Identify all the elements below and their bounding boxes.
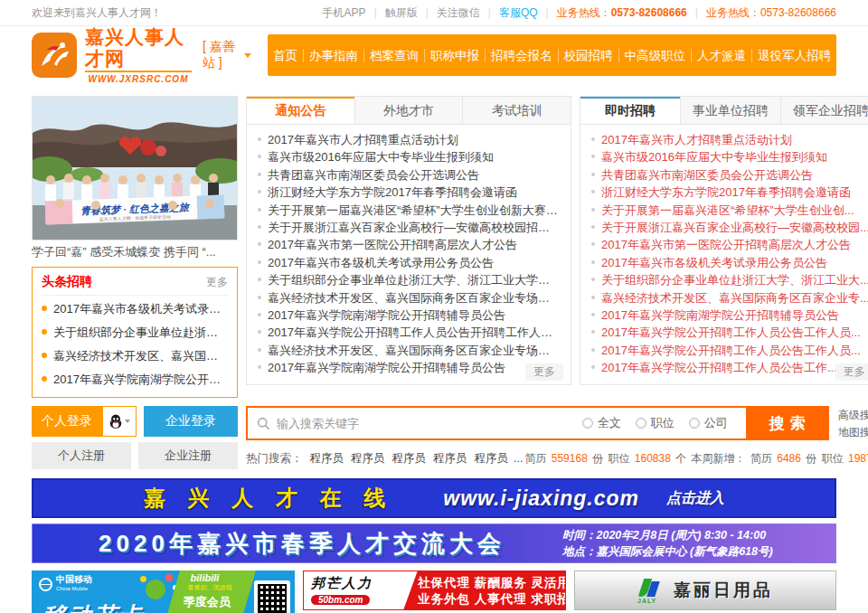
job-item[interactable]: 2017年嘉兴学院公开招聘工作人员公告工作人员... (591, 342, 868, 359)
job-item[interactable]: 2017年嘉兴学院公开招聘工作人员公告工作人员... (591, 324, 868, 341)
search-bar: 全文 职位 公司 搜索 (246, 406, 829, 440)
nav-item-title-declare[interactable]: 职称申报 (424, 49, 485, 62)
notice-item[interactable]: 共青团嘉兴市南湖区委员会公开选调公告 (258, 166, 560, 184)
tab-public-institution-jobs[interactable]: 事业单位招聘 (680, 97, 780, 124)
tab-leading-company-jobs[interactable]: 领军企业招聘 (780, 97, 868, 124)
scope-radio-company[interactable]: 公司 (689, 415, 728, 431)
topbar-link-wechat[interactable]: 关注微信 (437, 5, 480, 21)
job-item[interactable]: 关于开展浙江嘉兴百家企业高校行—安徽高校校园... (591, 219, 868, 236)
bilibili-logo: bilibili (191, 572, 254, 583)
jobs-more-link[interactable]: 更多 (835, 363, 868, 381)
job-item[interactable]: 2017年嘉兴学院公开招聘工作人员公告工作... (591, 359, 868, 376)
nav-item-veterans[interactable]: 退役军人招聘 (751, 49, 836, 62)
qq-login-button[interactable] (102, 406, 137, 437)
company-login-button[interactable]: 企业登录 (144, 406, 238, 437)
nav-item-senior[interactable]: 中高级职位 (618, 49, 692, 62)
notice-item[interactable]: 2017年嘉兴学院公开招聘工作人员公告开招聘工作人员公告开... (258, 324, 560, 341)
job-item[interactable]: 2017年嘉兴市人才招聘重点活动计划 (591, 131, 868, 148)
notice-item[interactable]: 关于开展第一届嘉兴港区“希望杯”大学生创业创新大赛的通知 (258, 202, 560, 219)
nav-item-home[interactable]: 首页 (268, 49, 303, 62)
hot-search-term[interactable]: 程序员 (475, 451, 509, 467)
job-item[interactable]: 2017年嘉兴市第一医院公开招聘高层次人才公告 (591, 236, 868, 253)
notice-item[interactable]: 关于组织部分企事业单位赴浙江大学、浙江工业大学招聘人才的... (258, 271, 560, 288)
notice-item[interactable]: 浙江财经大学东方学院2017年春季招聘会邀请函 (258, 184, 560, 201)
nav-item-guide[interactable]: 办事指南 (303, 49, 363, 62)
hot-search-term[interactable]: 程序员 (433, 451, 467, 467)
topbar: 欢迎来到嘉兴人事人才网！ 手机APP | 触屏版 | 关注微信 | 客服QQ |… (0, 0, 868, 26)
hot-search-term[interactable]: 程序员 (392, 451, 427, 467)
station-selector[interactable]: [ 嘉善站 ] (203, 39, 251, 71)
notice-more-link[interactable]: 更多 (525, 363, 563, 381)
job-item[interactable]: 共青团嘉兴市南湖区委员会公开选调公告 (591, 166, 868, 184)
site-url: WWW.JXRSRC.COM (85, 71, 192, 84)
hot-search-term[interactable]: 程序员 (351, 451, 385, 467)
scope-radio-fulltext[interactable]: 全文 (582, 415, 621, 431)
scope-radio-position[interactable]: 职位 (636, 415, 675, 431)
map-search-link[interactable]: 地图搜索 (838, 424, 868, 441)
login-area: 个人登录 企业登录 个人注册 企业注册 (32, 406, 238, 469)
search-button[interactable]: 搜索 (746, 406, 829, 440)
news-photo[interactable]: 青春筑梦 · 红色之嘉之旅 嘉兴人事人才网 · 禾城学子研学活动 (32, 96, 238, 240)
radio-icon (636, 418, 646, 429)
job-item[interactable]: 2017年嘉兴学院南湖学院公开招聘辅导员公告 (591, 306, 868, 324)
nav-item-archives[interactable]: 档案查询 (363, 49, 424, 62)
job-item[interactable]: 关于开展第一届嘉兴港区“希望杯”大学生创业创... (591, 202, 868, 219)
tab-notice[interactable]: 通知公告 (247, 97, 354, 124)
notice-item[interactable]: 2017年嘉兴学院南湖学院公开招聘辅导员公告 (258, 306, 560, 324)
banner2-title: 2020年嘉兴市春季人才交流大会 (42, 528, 562, 560)
jiaxing-talent-online-banner[interactable]: 嘉 兴 人 才 在 线 www.i-jiaxing.com 点击进入 (32, 478, 836, 518)
topbar-link-qq[interactable]: 客服QQ (499, 5, 538, 21)
personal-login-button[interactable]: 个人登录 (32, 406, 102, 437)
separator: | (374, 6, 377, 19)
advanced-search-link[interactable]: 高级搜索 (838, 407, 868, 424)
topbar-link-touch[interactable]: 触屏版 (385, 5, 418, 21)
job-item[interactable]: 关于组织部分企事业单位赴浙江大学、浙江工业大... (591, 271, 868, 288)
nav-item-campus[interactable]: 校园招聘 (558, 49, 618, 62)
headline-item[interactable]: 嘉兴经济技术开发区、嘉兴国际商务... (42, 344, 228, 368)
search-input[interactable] (277, 417, 582, 430)
notice-item[interactable]: 关于开展浙江嘉兴百家企业高校行—安徽高校校园招聘活动的通... (258, 219, 560, 236)
notice-item[interactable]: 嘉兴经济技术开发区、嘉兴国际商务区百家企业专场招聘会公告 (258, 289, 560, 306)
job-count: 160838 (635, 452, 671, 465)
week-job-count: 19872 (848, 452, 868, 465)
headline-item[interactable]: 关于组织部分企事业单位赴浙江大学... (42, 321, 228, 344)
headline-more-link[interactable]: 更多 (206, 275, 228, 290)
notice-item[interactable]: 2017年嘉兴市各级机关考试录用公务员公告 (258, 254, 560, 271)
notice-item[interactable]: 嘉兴市级2016年应届大中专毕业生报到须知 (258, 148, 560, 165)
separator: | (546, 6, 549, 19)
banner2-info: 时间：2020年2月8日 (周六) 8:30 - 14:00 地点：嘉兴国际会展… (562, 527, 826, 560)
mobile-ad-member: 季度会员 (184, 594, 247, 610)
topbar-link-app[interactable]: 手机APP (323, 5, 366, 21)
tab-exam-training[interactable]: 考试培训 (462, 97, 571, 124)
headline-item[interactable]: 2017年嘉兴市各级机关考试录用公务... (42, 297, 228, 321)
bangmang-services-line1: 社保代理 薪酬服务 灵活用工 (418, 575, 566, 591)
tab-outside-market[interactable]: 外地才市 (354, 97, 463, 124)
job-item[interactable]: 浙江财经大学东方学院2017年春季招聘会邀请函 (591, 184, 868, 201)
banner1-title: 嘉 兴 人 才 在 线 (144, 484, 393, 513)
banner1-cta: 点击进入 (666, 489, 724, 508)
job-item[interactable]: 嘉兴经济技术开发区、嘉兴国际商务区百家企业专... (591, 289, 868, 306)
resume-count: 559168 (552, 452, 588, 465)
job-item[interactable]: 2017年嘉兴市各级机关考试录用公务员公告 (591, 254, 868, 271)
china-mobile-ad[interactable]: 中国移动China Mobile 移动花卡 bilibili 看番剧、玩游戏 季… (32, 571, 295, 613)
job-item[interactable]: 嘉兴市级2016年应届大中专毕业生报到须知 (591, 148, 868, 165)
headline-item[interactable]: 2017年嘉兴学院南湖学院公开招聘辅... (42, 368, 228, 391)
bangmang-hr-ad[interactable]: 邦芒人力 50bm.com 社保代理 薪酬服务 灵活用工 业务外包 人事代理 求… (303, 571, 566, 610)
site-logo[interactable] (32, 33, 77, 78)
jiali-ad[interactable]: JALY 嘉丽日用品 (574, 571, 836, 610)
notice-item[interactable]: 2017年嘉兴学院南湖学院公开招聘辅导员公告 (258, 359, 560, 376)
nav-item-dispatch[interactable]: 人才派遣 (691, 49, 751, 62)
personal-register-button[interactable]: 个人注册 (32, 442, 131, 469)
tab-instant-jobs[interactable]: 即时招聘 (580, 97, 680, 124)
notice-item[interactable]: 2017年嘉兴市人才招聘重点活动计划 (258, 131, 560, 148)
jobs-panel: 即时招聘 事业单位招聘 领军企业招聘 2017年嘉兴市人才招聘重点活动计划 嘉兴… (580, 96, 868, 385)
company-register-button[interactable]: 企业注册 (138, 442, 238, 469)
notice-item[interactable]: 2017年嘉兴市第一医院公开招聘高层次人才公告 (258, 236, 560, 253)
nav-item-jobfair[interactable]: 招聘会报名 (485, 49, 558, 62)
notice-item[interactable]: 嘉兴经济技术开发区、嘉兴国际商务区百家企业专场招聘会公告 (258, 342, 560, 359)
photo-caption[interactable]: 学子回“嘉” 感受禾城蝶变 携手同 “... (32, 243, 238, 261)
hot-search-term[interactable]: 程序员 (310, 451, 344, 467)
spring-jobfair-banner[interactable]: 2020年嘉兴市春季人才交流大会 时间：2020年2月8日 (周六) 8:30 … (32, 523, 836, 563)
hotline-1: 业务热线：0573-82608666 (557, 5, 687, 21)
bangmang-services-line2: 业务外包 人事代理 求职招聘 (418, 591, 566, 608)
